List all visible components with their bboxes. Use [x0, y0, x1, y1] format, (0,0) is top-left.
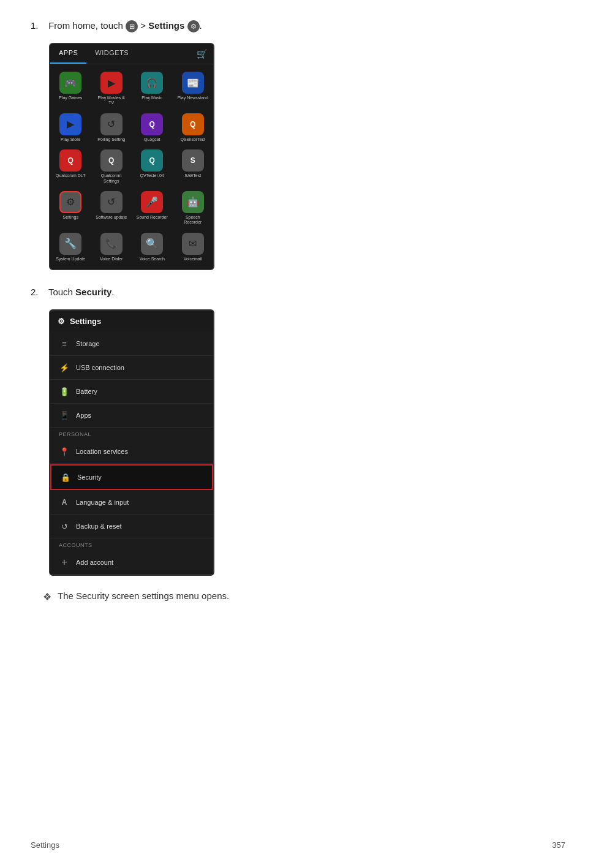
play-games-icon: 🎮 — [59, 72, 81, 94]
settings-item-battery[interactable]: 🔋 Battery — [50, 380, 213, 404]
settings-item-language[interactable]: A Language & input — [50, 491, 213, 515]
apps-tab[interactable]: APPS — [50, 44, 86, 64]
app-label: Voice Dialer — [100, 257, 123, 262]
accounts-section-label: ACCOUNTS — [50, 538, 213, 551]
app-label: QLogcat — [144, 137, 160, 142]
app-label: Sound Recorder — [137, 215, 168, 220]
app-label: Software update — [96, 215, 127, 220]
settings-item-security[interactable]: 🔒 Security — [50, 464, 213, 490]
qsettings-icon: Q — [100, 149, 123, 172]
list-item[interactable]: Q QVTester-04 — [132, 146, 173, 187]
settings-header: ⚙ Settings — [50, 311, 213, 332]
settings-item-usb[interactable]: ⚡ USB connection — [50, 356, 213, 380]
list-item[interactable]: ↺ Polling Setting — [91, 110, 132, 146]
add-account-label: Add account — [76, 559, 113, 566]
list-item[interactable]: ▶ Play Store — [50, 110, 91, 146]
security-bold-label: Security — [75, 287, 111, 297]
list-item[interactable]: 📞 Voice Dialer — [91, 229, 132, 265]
app-label: QSensorTest — [181, 137, 205, 142]
phone-screen-1: APPS WIDGETS 🛒 🎮 Play Games ▶ Play Movie… — [49, 43, 214, 270]
step1-text: 1. From home, touch ⊞ > Settings ⚙. — [31, 18, 565, 33]
language-icon: A — [59, 497, 70, 508]
play-music-icon: 🎧 — [141, 72, 163, 94]
app-label: Play Games — [59, 96, 82, 100]
voice-search-icon: 🔍 — [141, 233, 163, 255]
security-icon: 🔒 — [60, 472, 71, 483]
backup-icon: ↺ — [59, 521, 70, 532]
qlogcat-icon: Q — [141, 113, 163, 135]
app-label: Speech Recorder — [177, 215, 209, 225]
software-update-icon: ↺ — [100, 191, 123, 213]
voicemail-icon: ✉ — [182, 233, 204, 255]
app-label: Qualcomm Settings — [96, 173, 127, 184]
list-item[interactable]: 🎮 Play Games — [50, 68, 91, 110]
app-drawer-screenshot: APPS WIDGETS 🛒 🎮 Play Games ▶ Play Movie… — [49, 43, 565, 270]
app-label: Play Movies & TV — [96, 96, 127, 106]
list-item[interactable]: 📰 Play Newsstand — [173, 68, 214, 110]
location-label: Location services — [76, 448, 128, 455]
polling-icon: ↺ — [100, 113, 123, 135]
play-newsstand-icon: 📰 — [182, 72, 204, 94]
app-label: Play Music — [141, 96, 162, 100]
step2-text: 2. Touch Security. — [31, 285, 565, 300]
list-item[interactable]: ⚙ Settings — [50, 187, 91, 229]
battery-label: Battery — [76, 388, 97, 395]
settings-item-backup[interactable]: ↺ Backup & reset — [50, 515, 213, 538]
apps-label: Apps — [76, 412, 91, 419]
step1-container: 1. From home, touch ⊞ > Settings ⚙. APPS… — [31, 18, 565, 270]
storage-icon: ≡ — [59, 338, 70, 349]
qvtester-icon: Q — [141, 149, 163, 172]
list-item[interactable]: Q QLogcat — [132, 110, 173, 146]
play-store-icon: ▶ — [59, 113, 81, 135]
app-label: Play Store — [61, 137, 80, 142]
list-item[interactable]: ✉ Voicemail — [173, 229, 214, 265]
note-bullet: ❖ — [43, 591, 51, 603]
settings-screenshot: ⚙ Settings ≡ Storage ⚡ USB connection 🔋 … — [49, 309, 565, 576]
settings-gear-icon: ⚙ — [187, 20, 200, 32]
list-item[interactable]: 🔍 Voice Search — [132, 229, 173, 265]
usb-label: USB connection — [76, 364, 124, 371]
list-item[interactable]: ▶ Play Movies & TV — [91, 68, 132, 110]
app-label: Play Newsstand — [178, 96, 208, 100]
storage-label: Storage — [76, 340, 100, 347]
step2-container: 2. Touch Security. ⚙ Settings ≡ Storage … — [31, 285, 565, 576]
usb-icon: ⚡ — [59, 362, 70, 373]
page-footer: Settings 357 — [31, 840, 565, 850]
qsensor-icon: Q — [182, 113, 204, 135]
app-label: Qualcomm DLT — [56, 173, 86, 178]
settings-header-title: Settings — [70, 317, 101, 326]
list-item[interactable]: 🎤 Sound Recorder — [132, 187, 173, 229]
widgets-tab[interactable]: WIDGETS — [86, 44, 137, 64]
app-grid: 🎮 Play Games ▶ Play Movies & TV 🎧 Play M… — [50, 64, 213, 269]
app-label: System Update — [56, 257, 85, 262]
note-row: ❖ The Security screen settings menu open… — [43, 591, 565, 603]
app-label: Settings — [63, 215, 78, 220]
app-label: SAETest — [184, 173, 201, 178]
list-item[interactable]: Q Qualcomm Settings — [91, 146, 132, 187]
list-item[interactable]: 🎧 Play Music — [132, 68, 173, 110]
settings-icon-app: ⚙ — [59, 191, 81, 213]
list-item[interactable]: Q QSensorTest — [173, 110, 214, 146]
list-item[interactable]: 🔧 System Update — [50, 229, 91, 265]
settings-item-apps[interactable]: 📱 Apps — [50, 404, 213, 428]
settings-item-location[interactable]: 📍 Location services — [50, 440, 213, 464]
list-item[interactable]: ↺ Software update — [91, 187, 132, 229]
settings-header-icon: ⚙ — [58, 317, 65, 326]
settings-item-storage[interactable]: ≡ Storage — [50, 332, 213, 356]
store-icon: 🛒 — [190, 44, 213, 64]
settings-bold-label: Settings — [148, 20, 184, 31]
voice-dialer-icon: 📞 — [100, 233, 123, 255]
apps-icon: 📱 — [59, 410, 70, 421]
app-drawer-header: APPS WIDGETS 🛒 — [50, 44, 213, 64]
location-icon: 📍 — [59, 446, 70, 457]
battery-icon: 🔋 — [59, 386, 70, 397]
phone-screen-2: ⚙ Settings ≡ Storage ⚡ USB connection 🔋 … — [49, 309, 214, 576]
saetest-icon: S — [182, 149, 204, 172]
personal-section-label: PERSONAL — [50, 428, 213, 440]
security-label: Security — [77, 474, 102, 481]
qdlt-icon: Q — [59, 149, 81, 172]
list-item[interactable]: 🤖 Speech Recorder — [173, 187, 214, 229]
list-item[interactable]: S SAETest — [173, 146, 214, 187]
settings-item-add-account[interactable]: + Add account — [50, 551, 213, 575]
list-item[interactable]: Q Qualcomm DLT — [50, 146, 91, 187]
